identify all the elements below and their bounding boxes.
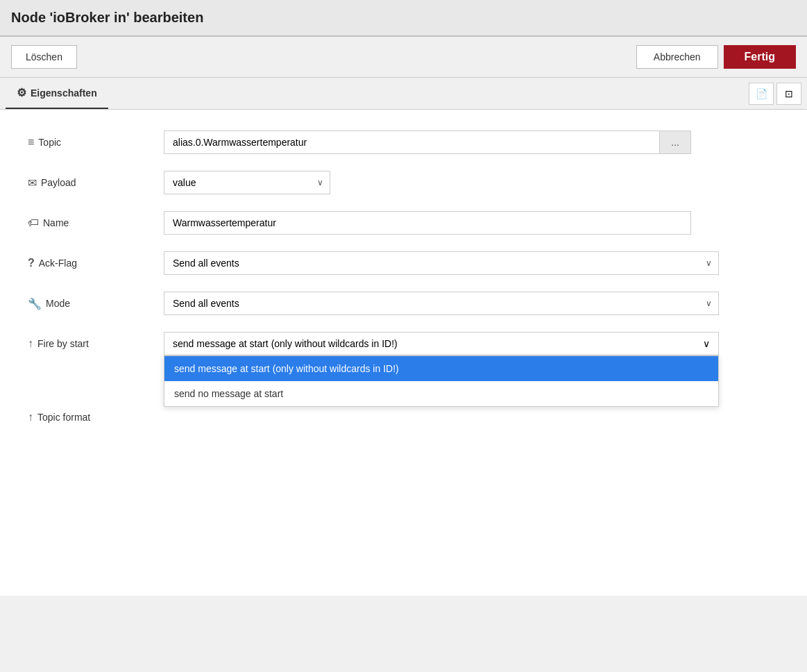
ack-flag-label: ? Ack-Flag <box>28 257 153 269</box>
ack-flag-select[interactable]: Send all events <box>164 251 719 275</box>
tab-button-layout[interactable]: ⊡ <box>776 83 801 105</box>
name-label: 🏷 Name <box>28 217 153 229</box>
gear-icon: ⚙ <box>17 86 26 99</box>
properties-panel: ≡ Topic ... ✉ Payload value 🏷 Name ? <box>0 110 807 596</box>
fire-icon: ↑ <box>28 337 33 350</box>
tab-button-doc[interactable]: 📄 <box>749 83 774 105</box>
done-button[interactable]: Fertig <box>724 45 796 69</box>
layout-icon: ⊡ <box>785 88 793 99</box>
mode-icon: 🔧 <box>28 297 42 310</box>
topic-row: ≡ Topic ... <box>28 131 779 154</box>
ack-icon: ? <box>28 257 35 269</box>
name-icon: 🏷 <box>28 217 39 229</box>
fire-by-start-dropdown: send message at start (only without wild… <box>164 355 719 407</box>
doc-icon: 📄 <box>756 88 767 99</box>
chevron-down-icon: ∨ <box>703 338 710 349</box>
tab-properties-label: Eigenschaften <box>31 87 97 99</box>
fire-by-start-select-display[interactable]: send message at start (only without wild… <box>164 332 719 355</box>
dropdown-option-1[interactable]: send message at start (only without wild… <box>164 356 718 381</box>
topic-label: ≡ Topic <box>28 136 153 149</box>
payload-row: ✉ Payload value <box>28 171 779 194</box>
fire-by-start-value: send message at start (only without wild… <box>173 338 398 349</box>
dropdown-option-2[interactable]: send no message at start <box>164 381 718 406</box>
payload-select[interactable]: value <box>164 171 330 194</box>
page-title: Node 'ioBroker in' bearbeiten <box>11 10 796 26</box>
mode-label: 🔧 Mode <box>28 297 153 310</box>
fire-by-start-row: ↑ Fire by start send message at start (o… <box>28 332 779 355</box>
mode-select[interactable]: Send all events <box>164 292 719 315</box>
delete-button[interactable]: Löschen <box>11 45 77 69</box>
title-bar: Node 'ioBroker in' bearbeiten <box>0 0 807 37</box>
fire-by-start-label: ↑ Fire by start <box>28 337 153 350</box>
payload-label: ✉ Payload <box>28 176 153 190</box>
topic-input-group: ... <box>164 131 691 154</box>
name-row: 🏷 Name <box>28 211 779 235</box>
topic-format-row: ↑ Topic format <box>28 411 779 423</box>
payload-icon: ✉ <box>28 176 37 190</box>
tab-properties[interactable]: ⚙ Eigenschaften <box>6 78 108 109</box>
payload-select-wrapper: value <box>164 171 330 194</box>
topic-input[interactable] <box>164 131 660 154</box>
mode-select-wrapper: Send all events <box>164 292 719 315</box>
ack-flag-row: ? Ack-Flag Send all events <box>28 251 779 275</box>
topic-format-icon: ↑ <box>28 411 33 423</box>
ack-flag-select-wrapper: Send all events <box>164 251 719 275</box>
topic-icon: ≡ <box>28 136 34 149</box>
topic-browse-button[interactable]: ... <box>660 131 691 154</box>
fire-by-start-group: send message at start (only without wild… <box>164 332 719 355</box>
cancel-button[interactable]: Abbrechen <box>636 45 718 69</box>
toolbar: Löschen Abbrechen Fertig <box>0 37 807 78</box>
name-input[interactable] <box>164 211 691 235</box>
topic-format-label: ↑ Topic format <box>28 411 153 423</box>
tabs-bar: ⚙ Eigenschaften 📄 ⊡ <box>0 78 807 110</box>
mode-row: 🔧 Mode Send all events <box>28 292 779 315</box>
